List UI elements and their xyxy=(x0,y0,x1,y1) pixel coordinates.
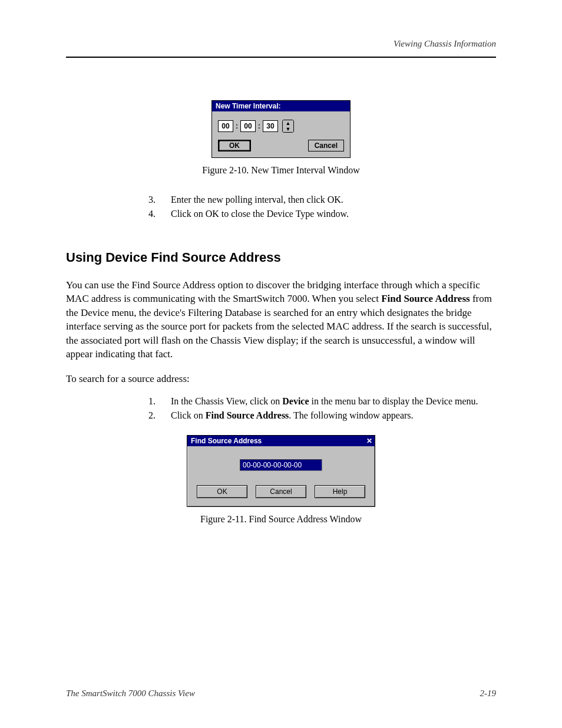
help-button[interactable]: Help xyxy=(315,485,365,498)
close-icon[interactable]: ✕ xyxy=(366,437,372,445)
body-paragraph-2: To search for a source address: xyxy=(66,372,496,386)
page-content: New Timer Interval: 00 : 00 : 30 ▲ ▼ OK … xyxy=(66,100,496,525)
ok-button[interactable]: OK xyxy=(197,485,247,498)
page-header-title: Viewing Chassis Information xyxy=(394,39,496,49)
step-text: In the Chassis View, click on Device in … xyxy=(171,396,478,407)
minutes-input[interactable]: 00 xyxy=(240,120,256,132)
step-text: Click on OK to close the Device Type win… xyxy=(171,209,349,219)
dialog-title: New Timer Interval: xyxy=(216,102,280,110)
new-timer-interval-dialog: New Timer Interval: 00 : 00 : 30 ▲ ▼ OK … xyxy=(211,100,351,158)
page-footer: The SmartSwitch 7000 Chassis View 2-19 xyxy=(66,689,496,699)
dialog-titlebar: Find Source Address ✕ xyxy=(187,436,375,446)
step-number: 4. xyxy=(148,209,159,219)
hours-input[interactable]: 00 xyxy=(218,120,233,132)
cancel-button[interactable]: Cancel xyxy=(256,485,306,498)
ok-button[interactable]: OK xyxy=(218,140,251,151)
spinner-up-icon[interactable]: ▲ xyxy=(283,120,293,126)
step-line: 1. In the Chassis View, click on Device … xyxy=(148,396,496,407)
seconds-input[interactable]: 30 xyxy=(263,120,278,132)
step-line: 4. Click on OK to close the Device Type … xyxy=(148,209,496,219)
footer-left: The SmartSwitch 7000 Chassis View xyxy=(66,689,195,699)
body-paragraph-1: You can use the Find Source Address opti… xyxy=(66,278,496,361)
step-number: 3. xyxy=(148,195,159,205)
spinner[interactable]: ▲ ▼ xyxy=(282,120,294,133)
dialog-button-row: OK Cancel xyxy=(218,140,344,151)
spinner-down-icon[interactable]: ▼ xyxy=(283,126,293,132)
dialog-titlebar: New Timer Interval: xyxy=(212,101,350,111)
header-rule xyxy=(66,57,496,58)
step-text: Enter the new polling interval, then cli… xyxy=(171,195,343,205)
figure-caption-2: Figure 2-11. Find Source Address Window xyxy=(66,514,496,525)
dialog-title: Find Source Address xyxy=(191,437,262,445)
mac-address-input[interactable]: 00-00-00-00-00-00 xyxy=(240,459,322,471)
step-text: Click on Find Source Address. The follow… xyxy=(171,410,414,421)
steps-block-2: 1. In the Chassis View, click on Device … xyxy=(148,396,496,421)
step-number: 1. xyxy=(148,396,159,407)
dialog-button-row: OK Cancel Help xyxy=(197,485,365,498)
time-colon: : xyxy=(235,122,239,130)
dialog-body: 00-00-00-00-00-00 OK Cancel Help xyxy=(187,446,375,506)
time-colon: : xyxy=(257,122,261,130)
dialog-body: 00 : 00 : 30 ▲ ▼ OK Cancel xyxy=(212,111,350,157)
steps-block-1: 3. Enter the new polling interval, then … xyxy=(148,195,496,219)
step-line: 3. Enter the new polling interval, then … xyxy=(148,195,496,205)
step-line: 2. Click on Find Source Address. The fol… xyxy=(148,410,496,421)
footer-page-number: 2-19 xyxy=(480,689,497,699)
find-source-address-dialog: Find Source Address ✕ 00-00-00-00-00-00 … xyxy=(187,435,375,507)
section-heading: Using Device Find Source Address xyxy=(66,250,496,265)
time-input-row: 00 : 00 : 30 ▲ ▼ xyxy=(218,120,344,133)
step-number: 2. xyxy=(148,410,159,421)
figure-caption-1: Figure 2-10. New Timer Interval Window xyxy=(66,165,496,176)
cancel-button[interactable]: Cancel xyxy=(308,140,344,151)
